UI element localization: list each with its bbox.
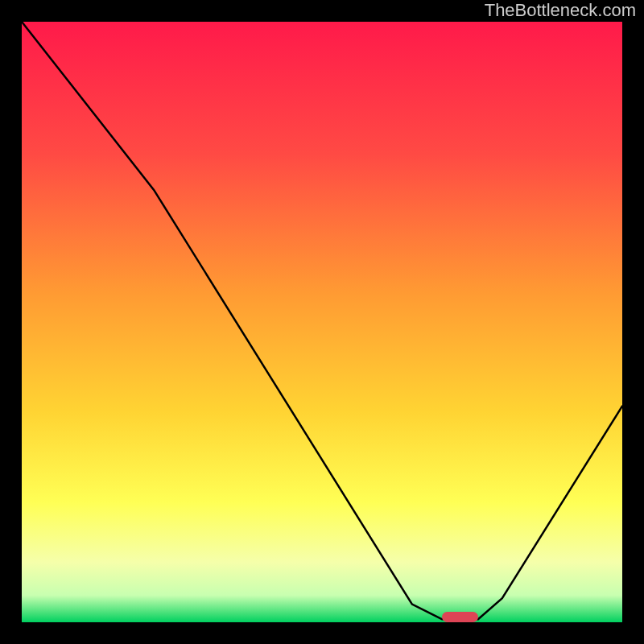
watermark-text: TheBottleneck.com (485, 0, 636, 21)
optimal-marker (442, 612, 478, 622)
plot-area (22, 22, 622, 622)
bottleneck-curve (22, 22, 622, 622)
